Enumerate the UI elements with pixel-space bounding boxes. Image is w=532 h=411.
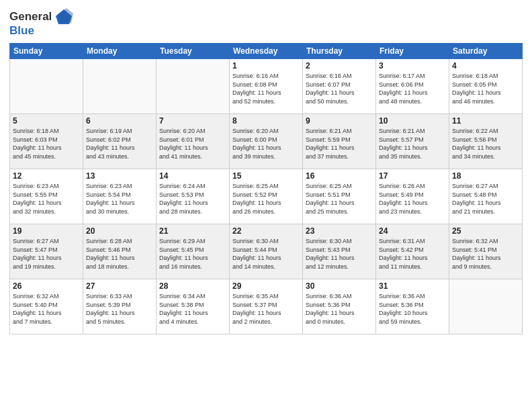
calendar-cell: 16Sunrise: 6:25 AM Sunset: 5:51 PM Dayli… xyxy=(303,169,376,224)
day-number: 5 xyxy=(13,116,80,126)
calendar-cell: 13Sunrise: 6:23 AM Sunset: 5:54 PM Dayli… xyxy=(83,169,157,224)
day-info: Sunrise: 6:30 AM Sunset: 5:44 PM Dayligh… xyxy=(232,237,300,271)
day-info: Sunrise: 6:33 AM Sunset: 5:39 PM Dayligh… xyxy=(86,292,153,326)
day-number: 25 xyxy=(452,226,519,236)
day-number: 2 xyxy=(306,61,373,71)
day-number: 20 xyxy=(86,226,153,236)
calendar-header-row: SundayMondayTuesdayWednesdayThursdayFrid… xyxy=(10,44,523,59)
day-info: Sunrise: 6:23 AM Sunset: 5:55 PM Dayligh… xyxy=(13,182,80,216)
day-number: 10 xyxy=(379,116,446,126)
day-number: 31 xyxy=(379,281,446,291)
day-info: Sunrise: 6:20 AM Sunset: 6:01 PM Dayligh… xyxy=(159,127,226,161)
calendar-cell: 29Sunrise: 6:35 AM Sunset: 5:37 PM Dayli… xyxy=(230,279,303,334)
day-info: Sunrise: 6:36 AM Sunset: 5:36 PM Dayligh… xyxy=(306,292,373,326)
calendar-cell: 17Sunrise: 6:26 AM Sunset: 5:49 PM Dayli… xyxy=(376,169,449,224)
calendar-cell xyxy=(10,59,83,114)
day-info: Sunrise: 6:21 AM Sunset: 5:59 PM Dayligh… xyxy=(306,127,373,161)
calendar-cell: 4Sunrise: 6:18 AM Sunset: 6:05 PM Daylig… xyxy=(449,59,523,114)
calendar-cell: 11Sunrise: 6:22 AM Sunset: 5:56 PM Dayli… xyxy=(449,114,523,169)
day-info: Sunrise: 6:31 AM Sunset: 5:42 PM Dayligh… xyxy=(379,237,446,271)
day-info: Sunrise: 6:30 AM Sunset: 5:43 PM Dayligh… xyxy=(306,237,373,271)
day-number: 9 xyxy=(306,116,373,126)
day-number: 27 xyxy=(86,281,153,291)
calendar: SundayMondayTuesdayWednesdayThursdayFrid… xyxy=(9,43,523,334)
calendar-cell: 2Sunrise: 6:16 AM Sunset: 6:07 PM Daylig… xyxy=(303,59,376,114)
day-number: 17 xyxy=(379,171,446,181)
calendar-cell: 19Sunrise: 6:27 AM Sunset: 5:47 PM Dayli… xyxy=(10,224,83,279)
calendar-cell: 5Sunrise: 6:18 AM Sunset: 6:03 PM Daylig… xyxy=(10,114,83,169)
day-number: 13 xyxy=(86,171,153,181)
day-info: Sunrise: 6:19 AM Sunset: 6:02 PM Dayligh… xyxy=(86,127,153,161)
day-info: Sunrise: 6:23 AM Sunset: 5:54 PM Dayligh… xyxy=(86,182,153,216)
calendar-cell: 25Sunrise: 6:32 AM Sunset: 5:41 PM Dayli… xyxy=(449,224,523,279)
logo: General Blue xyxy=(9,7,75,38)
day-info: Sunrise: 6:32 AM Sunset: 5:41 PM Dayligh… xyxy=(452,237,519,271)
calendar-cell: 22Sunrise: 6:30 AM Sunset: 5:44 PM Dayli… xyxy=(230,224,303,279)
calendar-cell: 24Sunrise: 6:31 AM Sunset: 5:42 PM Dayli… xyxy=(376,224,449,279)
svg-marker-1 xyxy=(57,8,73,23)
calendar-cell: 27Sunrise: 6:33 AM Sunset: 5:39 PM Dayli… xyxy=(83,279,157,334)
day-number: 11 xyxy=(452,116,519,126)
day-number: 18 xyxy=(452,171,519,181)
calendar-cell: 28Sunrise: 6:34 AM Sunset: 5:38 PM Dayli… xyxy=(157,279,230,334)
day-number: 6 xyxy=(86,116,153,126)
day-info: Sunrise: 6:24 AM Sunset: 5:53 PM Dayligh… xyxy=(159,182,226,216)
day-number: 1 xyxy=(232,61,300,71)
calendar-cell: 8Sunrise: 6:20 AM Sunset: 6:00 PM Daylig… xyxy=(230,114,303,169)
day-number: 3 xyxy=(379,61,446,71)
calendar-cell: 30Sunrise: 6:36 AM Sunset: 5:36 PM Dayli… xyxy=(303,279,376,334)
weekday-header: Saturday xyxy=(449,44,523,59)
weekday-header: Wednesday xyxy=(230,44,303,59)
day-number: 26 xyxy=(13,281,80,291)
day-number: 29 xyxy=(232,281,300,291)
day-number: 14 xyxy=(159,171,226,181)
day-number: 16 xyxy=(306,171,373,181)
day-number: 15 xyxy=(232,171,300,181)
weekday-header: Friday xyxy=(376,44,449,59)
day-info: Sunrise: 6:27 AM Sunset: 5:48 PM Dayligh… xyxy=(452,182,519,216)
day-info: Sunrise: 6:34 AM Sunset: 5:38 PM Dayligh… xyxy=(159,292,226,326)
day-info: Sunrise: 6:36 AM Sunset: 5:36 PM Dayligh… xyxy=(379,292,446,326)
day-info: Sunrise: 6:21 AM Sunset: 5:57 PM Dayligh… xyxy=(379,127,446,161)
weekday-header: Tuesday xyxy=(157,44,230,59)
logo-general: General xyxy=(9,10,52,24)
day-number: 8 xyxy=(232,116,300,126)
calendar-week-row: 1Sunrise: 6:16 AM Sunset: 6:08 PM Daylig… xyxy=(10,59,523,114)
day-number: 22 xyxy=(232,226,300,236)
calendar-cell: 26Sunrise: 6:32 AM Sunset: 5:40 PM Dayli… xyxy=(10,279,83,334)
day-info: Sunrise: 6:29 AM Sunset: 5:45 PM Dayligh… xyxy=(159,237,226,271)
calendar-week-row: 19Sunrise: 6:27 AM Sunset: 5:47 PM Dayli… xyxy=(10,224,523,279)
calendar-cell: 18Sunrise: 6:27 AM Sunset: 5:48 PM Dayli… xyxy=(449,169,523,224)
day-number: 4 xyxy=(452,61,519,71)
day-info: Sunrise: 6:16 AM Sunset: 6:08 PM Dayligh… xyxy=(232,72,300,105)
calendar-cell: 6Sunrise: 6:19 AM Sunset: 6:02 PM Daylig… xyxy=(83,114,157,169)
calendar-cell: 1Sunrise: 6:16 AM Sunset: 6:08 PM Daylig… xyxy=(230,59,303,114)
weekday-header: Sunday xyxy=(10,44,83,59)
day-info: Sunrise: 6:20 AM Sunset: 6:00 PM Dayligh… xyxy=(232,127,300,161)
day-info: Sunrise: 6:35 AM Sunset: 5:37 PM Dayligh… xyxy=(232,292,300,326)
day-number: 19 xyxy=(13,226,80,236)
day-info: Sunrise: 6:32 AM Sunset: 5:40 PM Dayligh… xyxy=(13,292,80,326)
day-number: 28 xyxy=(159,281,226,291)
day-info: Sunrise: 6:27 AM Sunset: 5:47 PM Dayligh… xyxy=(13,237,80,271)
day-number: 24 xyxy=(379,226,446,236)
day-number: 7 xyxy=(159,116,226,126)
day-info: Sunrise: 6:26 AM Sunset: 5:49 PM Dayligh… xyxy=(379,182,446,216)
calendar-week-row: 26Sunrise: 6:32 AM Sunset: 5:40 PM Dayli… xyxy=(10,279,523,334)
day-number: 12 xyxy=(13,171,80,181)
day-number: 30 xyxy=(306,281,373,291)
calendar-cell: 15Sunrise: 6:25 AM Sunset: 5:52 PM Dayli… xyxy=(230,169,303,224)
calendar-cell xyxy=(83,59,157,114)
calendar-cell: 23Sunrise: 6:30 AM Sunset: 5:43 PM Dayli… xyxy=(303,224,376,279)
day-info: Sunrise: 6:22 AM Sunset: 5:56 PM Dayligh… xyxy=(452,127,519,161)
calendar-week-row: 5Sunrise: 6:18 AM Sunset: 6:03 PM Daylig… xyxy=(10,114,523,169)
calendar-cell xyxy=(157,59,230,114)
calendar-cell: 3Sunrise: 6:17 AM Sunset: 6:06 PM Daylig… xyxy=(376,59,449,114)
logo-icon xyxy=(54,7,75,27)
day-info: Sunrise: 6:25 AM Sunset: 5:52 PM Dayligh… xyxy=(232,182,300,216)
day-number: 23 xyxy=(306,226,373,236)
calendar-cell: 10Sunrise: 6:21 AM Sunset: 5:57 PM Dayli… xyxy=(376,114,449,169)
calendar-cell: 7Sunrise: 6:20 AM Sunset: 6:01 PM Daylig… xyxy=(157,114,230,169)
calendar-cell: 9Sunrise: 6:21 AM Sunset: 5:59 PM Daylig… xyxy=(303,114,376,169)
day-info: Sunrise: 6:17 AM Sunset: 6:06 PM Dayligh… xyxy=(379,72,446,105)
